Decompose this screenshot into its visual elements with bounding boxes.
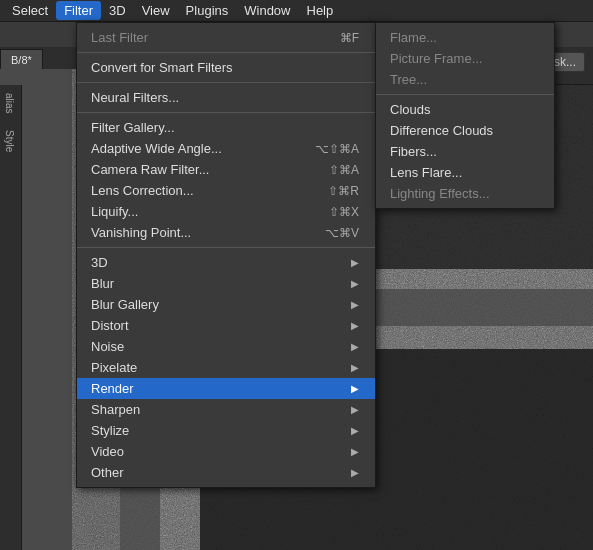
blur-label: Blur: [91, 276, 351, 291]
menu-item-pixelate[interactable]: Pixelate ▶: [77, 357, 375, 378]
menu-item-camera-raw-filter[interactable]: Camera Raw Filter... ⇧⌘A: [77, 159, 375, 180]
stylize-label: Stylize: [91, 423, 351, 438]
adaptive-wide-angle-shortcut: ⌥⇧⌘A: [315, 142, 359, 156]
vanishing-point-label: Vanishing Point...: [91, 225, 305, 240]
sharpen-label: Sharpen: [91, 402, 351, 417]
render-label: Render: [91, 381, 351, 396]
render-arrow-icon: ▶: [351, 383, 359, 394]
menu-item-other[interactable]: Other ▶: [77, 462, 375, 483]
menu-item-3d[interactable]: 3D ▶: [77, 252, 375, 273]
camera-raw-filter-shortcut: ⇧⌘A: [329, 163, 359, 177]
sidebar-panels: alias Style: [0, 85, 22, 550]
menubar: Select Filter 3D View Plugins Window Hel…: [0, 0, 593, 22]
flame-label: Flame...: [390, 30, 538, 45]
menu-item-vanishing-point[interactable]: Vanishing Point... ⌥⌘V: [77, 222, 375, 243]
distort-arrow-icon: ▶: [351, 320, 359, 331]
video-arrow-icon: ▶: [351, 446, 359, 457]
submenu-item-lens-flare[interactable]: Lens Flare...: [376, 162, 554, 183]
submenu-item-flame[interactable]: Flame...: [376, 27, 554, 48]
tree-label: Tree...: [390, 72, 538, 87]
submenu-item-clouds[interactable]: Clouds: [376, 99, 554, 120]
menu-item-liquify[interactable]: Liquify... ⇧⌘X: [77, 201, 375, 222]
picture-frame-label: Picture Frame...: [390, 51, 538, 66]
noise-label: Noise: [91, 339, 351, 354]
convert-smart-filters-label: Convert for Smart Filters: [91, 60, 359, 75]
menu-item-video[interactable]: Video ▶: [77, 441, 375, 462]
separator-4: [77, 247, 375, 248]
menu-item-blur[interactable]: Blur ▶: [77, 273, 375, 294]
menubar-item-plugins[interactable]: Plugins: [178, 1, 237, 20]
separator-2: [77, 82, 375, 83]
menubar-item-select[interactable]: Select: [4, 1, 56, 20]
lens-correction-shortcut: ⇧⌘R: [328, 184, 359, 198]
submenu-item-fibers[interactable]: Fibers...: [376, 141, 554, 162]
difference-clouds-label: Difference Clouds: [390, 123, 538, 138]
3d-label: 3D: [91, 255, 351, 270]
camera-raw-filter-label: Camera Raw Filter...: [91, 162, 309, 177]
panel-style-label: Style: [0, 122, 19, 160]
blur-arrow-icon: ▶: [351, 278, 359, 289]
other-arrow-icon: ▶: [351, 467, 359, 478]
other-label: Other: [91, 465, 351, 480]
tab-label: B/8*: [11, 54, 32, 66]
distort-label: Distort: [91, 318, 351, 333]
video-label: Video: [91, 444, 351, 459]
menu-item-lens-correction[interactable]: Lens Correction... ⇧⌘R: [77, 180, 375, 201]
lighting-effects-label: Lighting Effects...: [390, 186, 538, 201]
render-submenu: Flame... Picture Frame... Tree... Clouds…: [375, 22, 555, 209]
separator-1: [77, 52, 375, 53]
blur-gallery-arrow-icon: ▶: [351, 299, 359, 310]
menu-item-sharpen[interactable]: Sharpen ▶: [77, 399, 375, 420]
submenu-item-difference-clouds[interactable]: Difference Clouds: [376, 120, 554, 141]
submenu-item-picture-frame[interactable]: Picture Frame...: [376, 48, 554, 69]
vanishing-point-shortcut: ⌥⌘V: [325, 226, 359, 240]
sharpen-arrow-icon: ▶: [351, 404, 359, 415]
menubar-item-3d[interactable]: 3D: [101, 1, 134, 20]
menu-item-noise[interactable]: Noise ▶: [77, 336, 375, 357]
menu-item-stylize[interactable]: Stylize ▶: [77, 420, 375, 441]
menu-item-convert-smart-filters[interactable]: Convert for Smart Filters: [77, 57, 375, 78]
tab-document[interactable]: B/8*: [0, 49, 43, 69]
filter-gallery-label: Filter Gallery...: [91, 120, 359, 135]
panel-alias-label: alias: [0, 85, 19, 122]
menu-item-blur-gallery[interactable]: Blur Gallery ▶: [77, 294, 375, 315]
noise-arrow-icon: ▶: [351, 341, 359, 352]
menu-item-last-filter[interactable]: Last Filter ⌘F: [77, 27, 375, 48]
3d-arrow-icon: ▶: [351, 257, 359, 268]
menubar-item-help[interactable]: Help: [299, 1, 342, 20]
menu-item-distort[interactable]: Distort ▶: [77, 315, 375, 336]
menu-item-filter-gallery[interactable]: Filter Gallery...: [77, 117, 375, 138]
menu-item-adaptive-wide-angle[interactable]: Adaptive Wide Angle... ⌥⇧⌘A: [77, 138, 375, 159]
separator-3: [77, 112, 375, 113]
submenu-item-tree[interactable]: Tree...: [376, 69, 554, 90]
menubar-item-filter[interactable]: Filter: [56, 1, 101, 20]
lens-correction-label: Lens Correction...: [91, 183, 308, 198]
menu-item-neural-filters[interactable]: Neural Filters...: [77, 87, 375, 108]
menubar-item-view[interactable]: View: [134, 1, 178, 20]
render-separator: [376, 94, 554, 95]
liquify-shortcut: ⇧⌘X: [329, 205, 359, 219]
submenu-item-lighting-effects[interactable]: Lighting Effects...: [376, 183, 554, 204]
filter-dropdown-menu: Last Filter ⌘F Convert for Smart Filters…: [76, 22, 376, 488]
fibers-label: Fibers...: [390, 144, 538, 159]
pixelate-arrow-icon: ▶: [351, 362, 359, 373]
menu-item-render[interactable]: Render ▶: [77, 378, 375, 399]
liquify-label: Liquify...: [91, 204, 309, 219]
stylize-arrow-icon: ▶: [351, 425, 359, 436]
blur-gallery-label: Blur Gallery: [91, 297, 351, 312]
adaptive-wide-angle-label: Adaptive Wide Angle...: [91, 141, 295, 156]
menubar-item-window[interactable]: Window: [236, 1, 298, 20]
clouds-label: Clouds: [390, 102, 538, 117]
pixelate-label: Pixelate: [91, 360, 351, 375]
last-filter-label: Last Filter: [91, 30, 320, 45]
neural-filters-label: Neural Filters...: [91, 90, 359, 105]
lens-flare-label: Lens Flare...: [390, 165, 538, 180]
last-filter-shortcut: ⌘F: [340, 31, 359, 45]
